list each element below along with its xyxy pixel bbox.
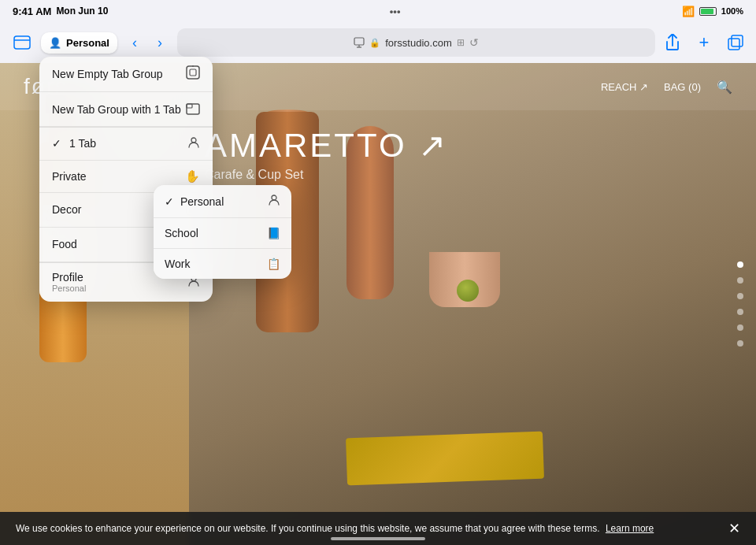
new-empty-tab-group-label: New Empty Tab Group (52, 68, 163, 80)
wifi-icon: 📶 (682, 6, 695, 17)
decor-label: Decor (52, 203, 81, 216)
page-dots (737, 261, 743, 347)
tab-1-item[interactable]: ✓ 1 Tab (39, 128, 213, 161)
person-icon-1tab (187, 136, 200, 151)
svg-rect-7 (187, 66, 199, 79)
work-icon: 📋 (267, 258, 280, 270)
personal-left: ✓ Personal (165, 195, 224, 208)
address-bar[interactable]: 🔒 forsstudio.com ⊞ ↺ (177, 28, 655, 57)
school-icon: 📘 (267, 227, 280, 239)
tab-1-left: ✓ 1 Tab (52, 137, 96, 150)
status-center: ••• (390, 6, 401, 17)
cookie-text: We use cookies to enhance your experienc… (16, 522, 716, 536)
profile-sub-label: Personal (52, 284, 86, 293)
svg-rect-6 (732, 35, 743, 46)
profile-left: Profile Personal (52, 271, 86, 293)
status-bar: 9:41 AM Mon Jun 10 ••• 📶 100% (0, 0, 756, 22)
tab-1-label: 1 Tab (69, 137, 96, 150)
battery-percent: 100% (721, 6, 743, 16)
private-label: Private (52, 170, 87, 183)
refresh-icon: ↺ (469, 36, 479, 49)
new-empty-tab-group-item[interactable]: New Empty Tab Group (39, 57, 213, 92)
tab-switcher-button[interactable] (9, 30, 35, 55)
svg-rect-8 (190, 69, 196, 76)
personal-checkmark: ✓ (165, 195, 174, 208)
lock-icon: 🔒 (369, 38, 380, 48)
status-time: 9:41 AM (13, 6, 51, 17)
personal-label: Personal (180, 195, 224, 208)
site-nav-right: REACH ↗ BAG (0) 🔍 (601, 80, 732, 95)
svg-point-21 (272, 195, 276, 200)
profile-name: Personal (66, 37, 109, 49)
svg-point-12 (191, 138, 196, 143)
battery-icon (699, 7, 717, 16)
page-dot-1[interactable] (737, 261, 743, 268)
page-dot-2[interactable] (737, 277, 743, 284)
profile-main-label: Profile (52, 271, 86, 284)
profile-personal-item[interactable]: ✓ Personal (154, 185, 291, 218)
toolbar-right: + (662, 32, 747, 54)
svg-rect-2 (354, 38, 364, 45)
status-date: Mon Jun 10 (56, 6, 108, 17)
bag-link[interactable]: BAG (0) (664, 81, 701, 93)
food-label: Food (52, 238, 77, 250)
search-link[interactable]: 🔍 (717, 80, 732, 95)
page-dot-4[interactable] (737, 309, 743, 315)
new-tab-group-1-tab-item[interactable]: New Tab Group with 1 Tab (39, 92, 213, 127)
share-button[interactable] (662, 32, 684, 54)
subtitle-text: Carafe & Cup Set (205, 168, 303, 181)
page-dot-5[interactable] (737, 324, 743, 331)
profile-tab[interactable]: 👤 Personal (41, 32, 117, 54)
nav-arrows: ‹ › (124, 32, 171, 54)
sub-dropdown-menu: ✓ Personal School 📘 Work 📋 (154, 185, 291, 279)
back-button[interactable]: ‹ (124, 32, 146, 54)
checkmark-icon: ✓ (52, 137, 61, 150)
svg-rect-5 (728, 39, 739, 50)
add-tab-button[interactable]: + (693, 32, 715, 54)
reader-icon: ⊞ (457, 37, 465, 48)
learn-more-link[interactable]: Learn more (606, 523, 654, 534)
forward-button[interactable]: › (149, 32, 171, 54)
home-indicator (331, 537, 425, 540)
cookie-close-button[interactable]: ✕ (728, 521, 740, 536)
profile-work-item[interactable]: Work 📋 (154, 249, 291, 279)
tab-group-new-icon (186, 65, 200, 83)
profile-text: Profile Personal (52, 271, 86, 293)
personal-icon (268, 194, 280, 209)
tab-group-1-icon (186, 101, 200, 117)
svg-rect-10 (187, 104, 199, 114)
status-right: 📶 100% (682, 6, 743, 17)
product-section: AMARETTO ↗ Carafe & Cup Set (205, 126, 448, 182)
hand-icon: ✋ (185, 169, 200, 184)
profile-school-item[interactable]: School 📘 (154, 218, 291, 249)
svg-rect-0 (14, 36, 30, 49)
reach-link[interactable]: REACH ↗ (601, 81, 648, 93)
new-tab-group-1-tab-label: New Tab Group with 1 Tab (52, 103, 181, 116)
product-subtitle: Carafe & Cup Set (205, 168, 448, 182)
work-label: Work (165, 258, 190, 270)
status-left: 9:41 AM Mon Jun 10 (13, 6, 108, 17)
tabs-button[interactable] (724, 32, 747, 54)
person-icon: 👤 (49, 37, 61, 49)
product-title: AMARETTO ↗ (205, 126, 448, 165)
url-text: forsstudio.com (385, 37, 452, 49)
page-dot-6[interactable] (737, 340, 743, 347)
school-label: School (165, 227, 198, 239)
monitor-icon (354, 37, 365, 48)
page-dot-3[interactable] (737, 293, 743, 299)
